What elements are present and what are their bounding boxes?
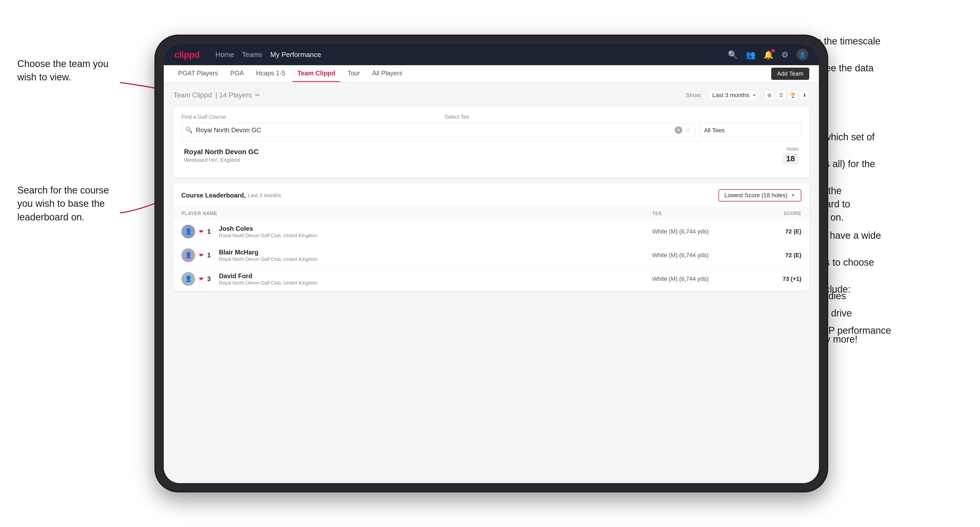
navbar-right: 🔍 👥 🔔 ⚙ 👤 (728, 49, 808, 60)
team-title: Team Clippd | 14 Players (173, 91, 252, 99)
tab-pgat-players[interactable]: PGAT Players (173, 65, 223, 82)
course-holes: Holes 18 (783, 146, 799, 164)
app-logo: clippd (174, 49, 199, 60)
tab-tour[interactable]: Tour (343, 65, 365, 82)
view-icons: ⊞ ☰ 🏆 ⬇ (765, 90, 809, 100)
settings-icon[interactable]: ⚙ (781, 50, 789, 59)
player-club-3: Royal North Devon Golf Club, United King… (219, 280, 317, 286)
search-icon-small: 🔍 (185, 127, 192, 133)
tab-pga[interactable]: PGA (226, 65, 249, 82)
avatar-1: 👤 (181, 225, 195, 238)
table-row: 👤 ❤ 1 Blair McHarg Royal North Devon Gol… (173, 243, 809, 267)
user-avatar[interactable]: 👤 (797, 49, 808, 60)
search-row: 🔍 ✕ ☆ All Tees (181, 123, 801, 137)
course-location: Westward Ho!, England (184, 157, 259, 163)
grid-view-button[interactable]: ⊞ (765, 90, 774, 100)
col-score: SCORE (759, 211, 801, 216)
tee-cell-2: White (M) (6,744 yds) (652, 252, 759, 259)
list-view-button[interactable]: ☰ (776, 90, 786, 100)
score-cell-2: 72 (E) (759, 252, 801, 259)
holes-number: 18 (783, 153, 799, 164)
find-course-label: Find a Golf Course (181, 114, 226, 120)
course-search-wrap[interactable]: 🔍 ✕ ☆ (181, 123, 695, 137)
player-info-1: Josh Coles Royal North Devon Golf Club, … (219, 225, 317, 238)
team-header: Team Clippd | 14 Players ✏ Show: Last 3 … (173, 90, 809, 100)
table-row: 👤 ❤ 1 Josh Coles Royal North Devon Golf … (173, 220, 809, 243)
leaderboard-header: Course Leaderboard, Last 3 months Lowest… (173, 183, 809, 208)
add-team-button[interactable]: Add Team (771, 68, 809, 80)
avatar-2: 👤 (181, 248, 195, 262)
player-cell-2: 👤 ❤ 1 Blair McHarg Royal North Devon Gol… (181, 248, 652, 262)
course-result: Royal North Devon GC Westward Ho!, Engla… (181, 141, 801, 170)
course-name: Royal North Devon GC (184, 148, 259, 156)
tab-hcaps[interactable]: Hcaps 1-5 (251, 65, 290, 82)
tee-cell-1: White (M) (6,744 yds) (652, 228, 759, 235)
tee-select-wrap: All Tees (700, 123, 801, 137)
tabs-bar: PGAT Players PGA Hcaps 1-5 Team Clippd T… (164, 65, 819, 82)
tablet-shell: clippd Home Teams My Performance 🔍 👥 🔔 ⚙… (154, 35, 828, 492)
search-icon[interactable]: 🔍 (728, 50, 738, 59)
rank-3: 3 (207, 275, 215, 283)
leaderboard-table-header: PLAYER NAME TEE SCORE (173, 208, 809, 220)
heart-icon-2[interactable]: ❤ (199, 252, 204, 259)
select-tee-label: Select Tee (444, 114, 469, 120)
annotation-top-left: Choose the team you wish to view. (18, 57, 108, 84)
holes-label: Holes (783, 146, 799, 152)
bell-icon[interactable]: 🔔 (764, 50, 773, 59)
edit-icon[interactable]: ✏ (255, 92, 260, 99)
leaderboard-title: Course Leaderboard, (181, 192, 245, 199)
tab-all-players[interactable]: All Players (368, 65, 407, 82)
col-tee: TEE (652, 211, 759, 216)
score-type-chevron-icon: ▼ (791, 193, 795, 198)
player-club-2: Royal North Devon Golf Club, United King… (219, 257, 317, 262)
course-result-info: Royal North Devon GC Westward Ho!, Engla… (184, 148, 259, 163)
trophy-view-button[interactable]: 🏆 (788, 90, 797, 100)
navbar: clippd Home Teams My Performance 🔍 👥 🔔 ⚙… (164, 44, 819, 65)
main-content: Team Clippd | 14 Players ✏ Show: Last 3 … (164, 82, 819, 483)
avatar-3: 👤 (181, 272, 195, 286)
col-player-name: PLAYER NAME (181, 211, 652, 216)
player-info-2: Blair McHarg Royal North Devon Golf Club… (219, 249, 317, 262)
tab-team-clippd[interactable]: Team Clippd (293, 65, 340, 82)
download-button[interactable]: ⬇ (800, 90, 809, 100)
nav-menu: Home Teams My Performance (215, 51, 321, 59)
heart-icon-3[interactable]: ❤ (199, 276, 204, 282)
show-label: Show: (686, 92, 702, 99)
player-cell-1: 👤 ❤ 1 Josh Coles Royal North Devon Golf … (181, 225, 652, 238)
course-search-card: Find a Golf Course Select Tee 🔍 ✕ ☆ All … (173, 106, 809, 177)
player-info-3: David Ford Royal North Devon Golf Club, … (219, 272, 317, 286)
player-name-2: Blair McHarg (219, 249, 317, 256)
heart-icon-1[interactable]: ❤ (199, 229, 204, 235)
search-clear-button[interactable]: ✕ (675, 126, 682, 134)
rank-1: 1 (207, 228, 215, 235)
score-type-dropdown[interactable]: Lowest Score (18 holes) ▼ (719, 189, 801, 202)
rank-2: 1 (207, 252, 215, 259)
annotation-mid-left: Search for the course you wish to base t… (18, 184, 109, 224)
leaderboard-card: Course Leaderboard, Last 3 months Lowest… (173, 183, 809, 290)
star-icon[interactable]: ☆ (686, 127, 691, 133)
show-select[interactable]: Last 3 months (708, 90, 757, 100)
search-card-labels: Find a Golf Course Select Tee (181, 114, 801, 120)
leaderboard-subtitle: Last 3 months (248, 192, 281, 198)
tee-select[interactable]: All Tees (700, 123, 801, 137)
people-icon[interactable]: 👥 (746, 50, 756, 59)
player-club-1: Royal North Devon Golf Club, United King… (219, 233, 317, 238)
leaderboard-table: PLAYER NAME TEE SCORE 👤 ❤ 1 Josh Coles (173, 208, 809, 290)
table-row: 👤 ❤ 3 David Ford Royal North Devon Golf … (173, 267, 809, 290)
player-name-3: David Ford (219, 272, 317, 280)
score-type-label: Lowest Score (18 holes) (724, 192, 788, 199)
player-name-1: Josh Coles (219, 225, 317, 232)
score-cell-1: 72 (E) (759, 228, 801, 235)
tee-cell-3: White (M) (6,744 yds) (652, 275, 759, 283)
nav-my-performance[interactable]: My Performance (270, 51, 321, 59)
nav-teams[interactable]: Teams (242, 51, 262, 59)
course-search-input[interactable] (196, 126, 671, 134)
player-cell-3: 👤 ❤ 3 David Ford Royal North Devon Golf … (181, 272, 652, 286)
nav-home[interactable]: Home (215, 51, 234, 59)
tablet-screen: clippd Home Teams My Performance 🔍 👥 🔔 ⚙… (164, 44, 819, 483)
score-cell-3: 73 (+1) (759, 275, 801, 283)
